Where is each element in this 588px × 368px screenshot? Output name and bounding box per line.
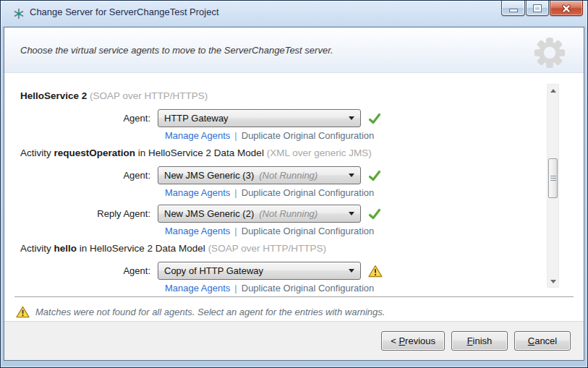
maximize-button[interactable] [526,1,549,16]
combo-value: New JMS Generic (3) [164,170,254,181]
previous-button[interactable]: < Previous [381,331,445,351]
chevron-down-icon [349,116,354,120]
link-separator: | [234,187,237,198]
agent-select[interactable]: New JMS Generic (3) (Not Running) [158,166,361,184]
heading-middle: in HelloService 2 Data Model [77,243,208,254]
section-heading-hello: Activity hello in HelloService 2 Data Mo… [20,243,584,254]
heading-name: HelloService 2 [20,90,87,101]
status-ok-icon [368,169,381,182]
heading-protocol: (SOAP over HTTP/HTTPS) [90,90,208,101]
combo-value: New JMS Generic (2) [164,208,254,219]
reply-agent-label: Reply Agent: [20,208,158,219]
agent-label: Agent: [20,265,158,276]
button-label-rest: inish [473,335,493,346]
minimize-icon [510,9,517,12]
combo-value: HTTP Gateway [164,113,229,124]
button-bar: < Previous Finish Cancel [4,321,584,360]
duplicate-original-configuration-link[interactable]: Duplicate Original Configuration [242,283,375,294]
finish-button[interactable]: Finish [451,331,508,351]
arrow-down-icon [550,280,556,283]
chevron-down-icon [349,269,354,273]
chevron-down-icon [349,212,354,215]
heading-protocol: (XML over generic JMS) [267,147,372,158]
arrow-up-icon [550,89,556,93]
link-separator: | [234,283,237,294]
titlebar: Change Server for ServerChangeTest Proje… [1,1,587,27]
button-mnemonic: C [528,335,534,346]
manage-agents-link[interactable]: Manage Agents [165,226,230,236]
cancel-button[interactable]: Cancel [514,331,571,351]
button-label-rest: ancel [534,335,557,346]
minimize-button[interactable] [501,1,525,16]
duplicate-original-configuration-link[interactable]: Duplicate Original Configuration [242,187,375,198]
agent-row: Agent: Copy of HTTP Gateway [20,262,584,280]
warning-message: Matches were not found for all agents. S… [35,307,385,317]
button-label-rest: revious [405,335,435,346]
heading-protocol: (SOAP over HTTP/HTTPS) [208,243,326,254]
links-row: Manage Agents | Duplicate Original Confi… [165,130,584,141]
agent-list-pane: HelloService 2 (SOAP over HTTP/HTTPS) Ag… [4,73,584,296]
links-row: Manage Agents | Duplicate Original Confi… [165,283,584,294]
gear-icon [533,36,566,69]
heading-middle: in HelloService 2 Data Model [135,147,267,158]
scroll-down-button[interactable] [547,275,558,287]
links-row: Manage Agents | Duplicate Original Confi… [165,187,584,198]
app-icon [13,8,25,20]
status-ok-icon [368,112,381,125]
links-row: Manage Agents | Duplicate Original Confi… [165,226,584,236]
section-heading-helloservice2: HelloService 2 (SOAP over HTTP/HTTPS) [20,90,584,101]
heading-name: requestOperation [54,147,136,158]
wizard-banner: Choose the virtual service agents to mov… [4,27,584,73]
combo-note: (Not Running) [259,170,318,181]
button-mnemonic: F [467,335,473,346]
agent-label: Agent: [20,113,158,124]
button-mnemonic: P [399,335,405,346]
agent-row: Agent: New JMS Generic (3) (Not Running) [20,166,584,184]
grip-icon [550,176,556,181]
dialog-window: Change Server for ServerChangeTest Proje… [0,0,588,368]
chevron-down-icon [349,174,354,177]
window-title: Change Server for ServerChangeTest Proje… [30,7,219,17]
combo-value: Copy of HTTP Gateway [164,265,263,276]
reply-agent-select[interactable]: New JMS Generic (2) (Not Running) [158,205,361,223]
combo-note: (Not Running) [259,208,318,219]
heading-prefix: Activity [20,243,54,254]
duplicate-original-configuration-link[interactable]: Duplicate Original Configuration [242,130,375,141]
agent-row: Reply Agent: New JMS Generic (2) (Not Ru… [20,205,584,223]
link-separator: | [234,130,237,141]
status-warning-icon [368,265,383,278]
dialog-client-area: Choose the virtual service agents to mov… [4,27,584,361]
scrollbar-thumb[interactable] [548,158,558,198]
heading-prefix: Activity [20,147,54,158]
close-button[interactable] [550,1,583,16]
manage-agents-link[interactable]: Manage Agents [165,130,230,141]
warning-row: Matches were not found for all agents. S… [4,297,584,321]
warning-icon [16,306,30,318]
link-separator: | [234,226,237,236]
window-controls [501,1,583,16]
agent-row: Agent: HTTP Gateway [20,109,584,127]
section-heading-requestoperation: Activity requestOperation in HelloServic… [20,147,584,158]
duplicate-original-configuration-link[interactable]: Duplicate Original Configuration [242,226,375,236]
button-label-prefix: < [391,335,399,346]
status-ok-icon [368,207,381,221]
scroll-up-button[interactable] [547,85,558,96]
manage-agents-link[interactable]: Manage Agents [165,283,230,294]
manage-agents-link[interactable]: Manage Agents [165,187,230,198]
wizard-instruction: Choose the virtual service agents to mov… [20,45,333,56]
heading-name: hello [54,243,77,254]
maximize-icon [534,5,541,12]
agent-select[interactable]: HTTP Gateway [158,109,361,127]
agent-select[interactable]: Copy of HTTP Gateway [158,262,361,280]
vertical-scrollbar[interactable] [547,84,559,288]
agent-label: Agent: [20,170,158,181]
close-icon [562,4,571,13]
